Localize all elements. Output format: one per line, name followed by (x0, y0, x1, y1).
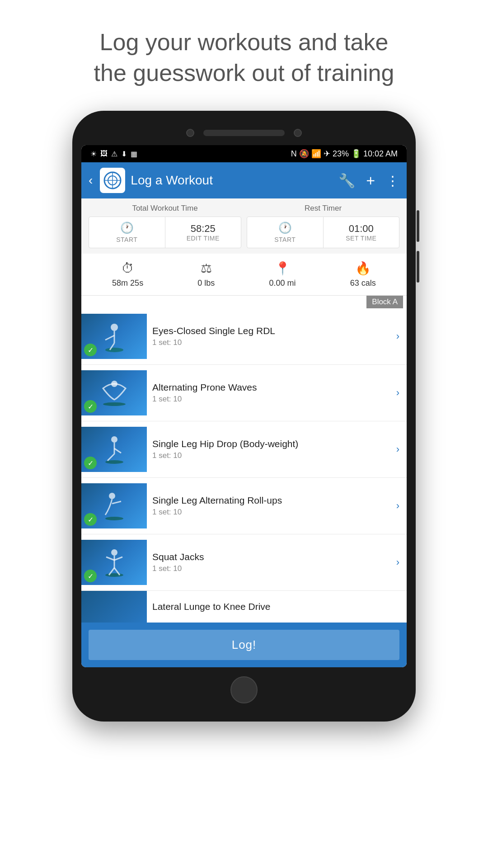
weight-icon: ⚖ (201, 261, 212, 276)
exercise-thumbnail: ✓ (81, 540, 147, 585)
rest-time-value: 01:00 (349, 223, 374, 235)
table-row[interactable]: ✓ Single Leg Hip Drop (Body-weight) 1 se… (81, 421, 407, 478)
exercise-chevron-2[interactable]: › (396, 387, 399, 399)
table-row[interactable]: ✓ Single Leg Alternating Roll-ups 1 set:… (81, 478, 407, 534)
exercise-name-5: Squat Jacks (152, 552, 391, 562)
exercise-info-4: Single Leg Alternating Roll-ups 1 set: 1… (152, 495, 391, 517)
partial-thumbnail (81, 591, 147, 623)
exercise-name-3: Single Leg Hip Drop (Body-weight) (152, 439, 391, 449)
exercise-info-1: Eyes-Closed Single Leg RDL 1 set: 10 (152, 326, 391, 347)
bottom-bar: Log! (81, 623, 407, 667)
block-label-row: Block A (81, 296, 407, 308)
svg-point-10 (111, 381, 117, 387)
clock-icon: 🕐 (120, 222, 134, 234)
exercise-name-4: Single Leg Alternating Roll-ups (152, 495, 391, 506)
app-logo (100, 168, 125, 193)
front-camera (186, 129, 194, 137)
svg-point-9 (103, 402, 126, 406)
exercise-sets-2: 1 set: 10 (152, 395, 391, 404)
svg-point-5 (111, 324, 118, 331)
exercise-chevron-4[interactable]: › (396, 500, 399, 512)
exercise-info-5: Squat Jacks 1 set: 10 (152, 552, 391, 573)
exercise-sets-3: 1 set: 10 (152, 451, 391, 460)
stats-row: ⏱ 58m 25s ⚖ 0 lbs 📍 0.00 mi 🔥 63 cals (81, 254, 407, 296)
svg-point-4 (105, 348, 123, 352)
add-icon[interactable]: + (366, 172, 375, 189)
timer-section: Total Workout Time 🕐 START 58:25 EDIT TI… (81, 198, 407, 254)
phone-device: ☀ 🖼 ⚠ ⬇ ▦ N 🔕 📶 ✈ 23% 🔋 10:02 AM ‹ (72, 111, 416, 722)
stat-calories: 🔥 63 cals (350, 261, 376, 288)
header-icons: 🔧 + ⋮ (338, 172, 399, 189)
workout-edit-time-button[interactable]: 58:25 EDIT TIME (165, 217, 241, 248)
stat-weight: ⚖ 0 lbs (197, 261, 215, 288)
exercise-sets-5: 1 set: 10 (152, 564, 391, 573)
rest-timer-label: Rest Timer (247, 204, 399, 213)
svg-point-14 (109, 493, 115, 499)
location-icon: 📍 (275, 261, 291, 276)
side-button-top (417, 210, 419, 242)
wifi-icon: 📶 (311, 149, 324, 158)
rest-timer-buttons: 🕐 START 01:00 SET TIME (247, 217, 399, 248)
rest-clock-icon: 🕐 (278, 222, 292, 234)
exercise-sets-4: 1 set: 10 (152, 508, 391, 517)
stat-distance: 📍 0.00 mi (269, 261, 296, 288)
battery-icon: 🔋 (351, 149, 363, 158)
exercise-chevron-3[interactable]: › (396, 443, 399, 455)
exercise-chevron-5[interactable]: › (396, 557, 399, 568)
stat-time: ⏱ 58m 25s (112, 261, 143, 288)
exercise-info-3: Single Leg Hip Drop (Body-weight) 1 set:… (152, 439, 391, 460)
status-right: N 🔕 📶 ✈ 23% 🔋 10:02 AM (291, 149, 398, 159)
exercise-thumbnail: ✓ (81, 427, 147, 472)
rest-start-button[interactable]: 🕐 START (247, 217, 324, 248)
svg-line-7 (105, 335, 114, 340)
stat-weight-value: 0 lbs (197, 278, 215, 288)
status-icon-1: ☀ (90, 150, 97, 158)
status-icon-5: ▦ (131, 150, 137, 158)
phone-bottom (81, 667, 407, 708)
completed-badge-1: ✓ (84, 344, 97, 356)
airplane-icon: ✈ (324, 149, 333, 158)
exercise-thumbnail: ✓ (81, 314, 147, 359)
workout-start-button[interactable]: 🕐 START (89, 217, 165, 248)
stopwatch-icon: ⏱ (122, 261, 134, 276)
partial-exercise-name: Lateral Lunge to Knee Drive (152, 601, 271, 612)
workout-timer-group: Total Workout Time 🕐 START 58:25 EDIT TI… (89, 204, 241, 248)
status-left-icons: ☀ 🖼 ⚠ ⬇ ▦ (90, 150, 137, 158)
status-icon-3: ⚠ (111, 150, 117, 158)
log-button[interactable]: Log! (89, 630, 399, 660)
back-button[interactable]: ‹ (89, 173, 94, 188)
svg-point-13 (105, 517, 123, 520)
workout-start-label: START (116, 236, 137, 243)
battery-text: 23% (333, 149, 349, 158)
completed-badge-2: ✓ (84, 400, 97, 413)
exercise-chevron-1[interactable]: › (396, 330, 399, 342)
wrench-icon[interactable]: 🔧 (338, 173, 355, 189)
rest-start-label: START (274, 236, 296, 243)
clock: 10:02 AM (363, 149, 398, 158)
completed-badge-4: ✓ (84, 513, 97, 526)
table-row[interactable]: ✓ Eyes-Closed Single Leg RDL 1 set: 10 › (81, 308, 407, 365)
workout-time-value: 58:25 (191, 223, 216, 235)
completed-badge-3: ✓ (84, 457, 97, 469)
exercise-info-2: Alternating Prone Waves 1 set: 10 (152, 382, 391, 404)
side-button-mid (417, 251, 419, 283)
stat-distance-value: 0.00 mi (269, 278, 296, 288)
svg-point-15 (105, 573, 123, 577)
exercise-sets-1: 1 set: 10 (152, 338, 391, 347)
table-row[interactable]: ✓ Alternating Prone Waves 1 set: 10 › (81, 365, 407, 421)
home-button[interactable] (230, 676, 258, 703)
rest-set-time-button[interactable]: 01:00 SET TIME (324, 217, 399, 248)
sensor (294, 129, 302, 137)
more-menu-icon[interactable]: ⋮ (386, 173, 399, 189)
svg-point-12 (111, 436, 117, 443)
workout-timer-buttons: 🕐 START 58:25 EDIT TIME (89, 217, 241, 248)
exercise-thumbnail: ✓ (81, 370, 147, 415)
workout-timer-label: Total Workout Time (89, 204, 241, 213)
exercise-thumbnail: ✓ (81, 483, 147, 528)
table-row[interactable]: ✓ Squat Jacks 1 set: 10 › (81, 534, 407, 591)
partial-exercise-item[interactable]: Lateral Lunge to Knee Drive (81, 591, 407, 623)
nfc-icon: N (291, 149, 299, 158)
speaker-grille (203, 130, 285, 136)
svg-point-16 (111, 549, 117, 556)
rest-timer-group: Rest Timer 🕐 START 01:00 SET TIME (247, 204, 399, 248)
